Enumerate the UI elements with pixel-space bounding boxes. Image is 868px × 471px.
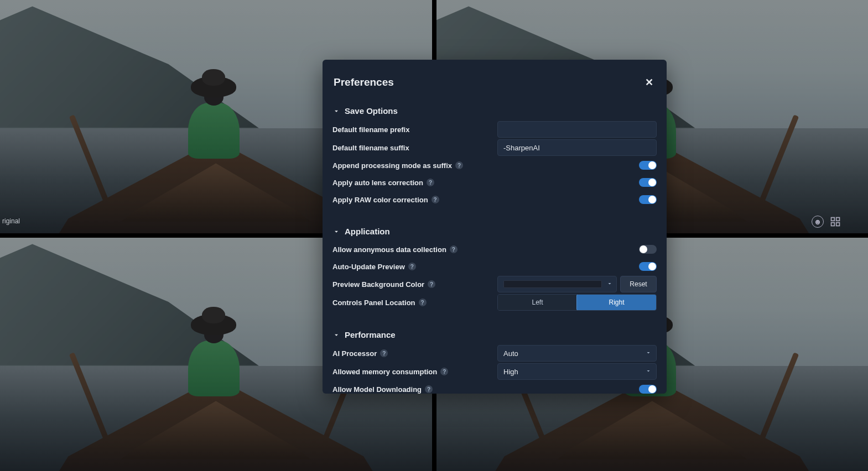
section-perf-title: Performance: [345, 330, 396, 339]
original-label: riginal: [2, 217, 20, 225]
append-mode-label: Append processing mode as suffix: [332, 161, 452, 170]
svg-rect-3: [836, 223, 840, 226]
memory-label: Allowed memory consumption: [332, 368, 437, 376]
append-mode-toggle[interactable]: [639, 161, 657, 170]
close-icon[interactable]: ✕: [643, 75, 656, 90]
help-icon[interactable]: ?: [428, 280, 435, 288]
panel-location-label: Controls Panel Location: [332, 299, 415, 307]
svg-rect-2: [831, 223, 835, 226]
memory-select[interactable]: High: [497, 363, 657, 380]
chevron-down-icon: [645, 349, 652, 358]
svg-rect-1: [836, 218, 840, 221]
chevron-down-icon: [606, 279, 613, 289]
ai-processor-select[interactable]: Auto: [497, 345, 657, 362]
prefix-input[interactable]: [497, 121, 657, 138]
bg-color-label: Preview Background Color: [332, 280, 424, 289]
section-performance[interactable]: Performance: [332, 330, 657, 339]
section-application[interactable]: Application: [332, 227, 657, 236]
help-icon[interactable]: ?: [380, 349, 388, 357]
chevron-down-icon: [332, 107, 340, 115]
help-icon[interactable]: ?: [419, 299, 427, 306]
auto-update-toggle[interactable]: [639, 262, 657, 271]
raw-correction-toggle[interactable]: [639, 195, 657, 204]
color-swatch: [503, 280, 602, 288]
anon-data-label: Allow anonymous data collection: [332, 245, 446, 254]
svg-rect-0: [831, 218, 835, 221]
chevron-down-icon: [332, 331, 340, 339]
raw-correction-label: Apply RAW color correction: [332, 196, 428, 204]
help-icon[interactable]: ?: [408, 263, 416, 270]
help-icon[interactable]: ?: [455, 161, 463, 169]
prefix-label: Default filename prefix: [332, 125, 409, 134]
ai-processor-value: Auto: [503, 349, 518, 358]
lens-correction-toggle[interactable]: [639, 178, 657, 187]
panel-left-option[interactable]: Left: [498, 295, 577, 310]
model-download-label: Allow Model Downloading: [332, 385, 422, 394]
panel-location-segment: Left Right: [497, 294, 657, 311]
help-icon[interactable]: ?: [450, 245, 458, 253]
ai-processor-label: AI Processor: [332, 349, 377, 358]
panel-right-option[interactable]: Right: [576, 294, 657, 311]
chevron-down-icon: [645, 368, 652, 376]
bg-color-select[interactable]: [497, 276, 617, 292]
reset-button[interactable]: Reset: [620, 276, 657, 292]
grid-view-icon[interactable]: [829, 216, 841, 228]
lens-correction-label: Apply auto lens correction: [332, 179, 423, 187]
help-icon[interactable]: ?: [440, 368, 448, 375]
chevron-down-icon: [332, 228, 340, 236]
help-icon[interactable]: ?: [432, 196, 439, 203]
help-icon[interactable]: ?: [425, 385, 433, 393]
preferences-dialog: Preferences ✕ Save Options Default filen…: [323, 60, 667, 394]
face-detect-icon[interactable]: ☻: [812, 216, 824, 228]
suffix-label: Default filename suffix: [332, 144, 409, 152]
anon-data-toggle[interactable]: [639, 245, 657, 254]
help-icon[interactable]: ?: [427, 179, 434, 186]
memory-value: High: [503, 368, 518, 376]
section-save-options[interactable]: Save Options: [332, 106, 657, 116]
suffix-input[interactable]: [497, 139, 657, 156]
section-app-title: Application: [345, 227, 390, 236]
dialog-title: Preferences: [334, 76, 394, 88]
model-download-toggle[interactable]: [639, 385, 657, 394]
section-save-title: Save Options: [345, 106, 398, 116]
auto-update-label: Auto-Update Preview: [332, 263, 405, 271]
